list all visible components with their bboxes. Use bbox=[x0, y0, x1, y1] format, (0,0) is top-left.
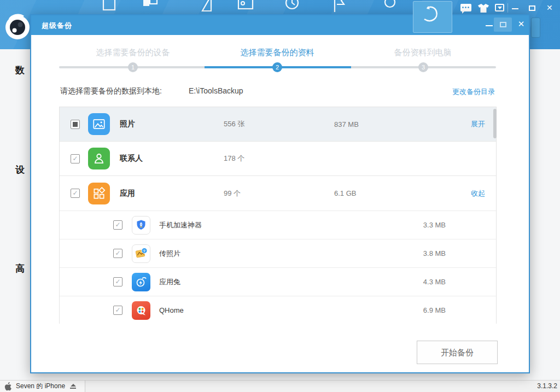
start-backup-button[interactable]: 开始备份 bbox=[417, 341, 498, 364]
app-icon-speed-booster bbox=[132, 216, 150, 235]
step-1-dot: 1 bbox=[128, 62, 138, 72]
search-tab-icon[interactable] bbox=[383, 0, 398, 11]
step-3-label: 备份资料到电脑 bbox=[357, 48, 488, 58]
apps-checkbox[interactable] bbox=[71, 189, 80, 198]
dialog-titlebar: 超级备份 ✕ bbox=[31, 15, 529, 35]
app-row[interactable]: 应用兔 4.3 MB bbox=[60, 267, 496, 296]
apps-tab-icon[interactable] bbox=[142, 0, 159, 12]
step-1-label: 选择需要备份的设备 bbox=[67, 48, 199, 58]
category-size: 6.1 GB bbox=[334, 189, 356, 197]
statusbar: Seven 的 iPhone 3.1.3.2 bbox=[0, 380, 560, 392]
app-name: 传照片 bbox=[159, 249, 180, 259]
main-minimize-button[interactable] bbox=[512, 4, 518, 9]
step-2-dot: 2 bbox=[272, 62, 282, 72]
category-row-apps[interactable]: 应用 99 个 6.1 GB 收起 bbox=[60, 175, 496, 210]
category-name: 应用 bbox=[120, 189, 135, 198]
app-checkbox[interactable] bbox=[113, 220, 122, 230]
step-3-dot: 3 bbox=[418, 62, 428, 72]
media-tab-icon[interactable] bbox=[198, 0, 214, 13]
super-backup-dialog: 超级备份 ✕ 选择需要备份的设备 选择需要备份的资料 备份资料到电脑 1 2 3… bbox=[30, 14, 530, 373]
app-version: 3.1.3.2 bbox=[537, 382, 557, 390]
dialog-minimize-button[interactable] bbox=[483, 20, 495, 31]
contacts-checkbox[interactable] bbox=[71, 154, 80, 163]
app-row[interactable]: QHome 6.9 MB bbox=[60, 296, 496, 324]
control-separator bbox=[508, 3, 508, 13]
eject-button[interactable] bbox=[70, 384, 76, 389]
app-name: 手机加速神器 bbox=[159, 220, 202, 230]
news-tab-icon[interactable] bbox=[331, 0, 348, 13]
category-count: 178 个 bbox=[224, 154, 244, 163]
photos-icon bbox=[88, 113, 110, 135]
app-row[interactable]: 手机加速神器 3.3 MB bbox=[60, 210, 496, 239]
app-checkbox[interactable] bbox=[113, 306, 122, 315]
app-size: 4.3 MB bbox=[423, 278, 446, 286]
apps-collapse-link[interactable]: 收起 bbox=[471, 189, 485, 198]
step-2-label: 选择需要备份的资料 bbox=[212, 48, 343, 58]
dialog-maximize-button[interactable] bbox=[494, 17, 512, 32]
main-maximize-button[interactable] bbox=[529, 4, 535, 11]
main-close-button[interactable]: ✕ bbox=[546, 3, 553, 13]
app-icon-app-rabbit bbox=[132, 273, 150, 291]
category-name: 联系人 bbox=[120, 154, 143, 163]
apps-icon bbox=[88, 183, 110, 204]
app-size: 6.9 MB bbox=[423, 306, 446, 314]
device-name: Seven 的 iPhone bbox=[16, 382, 65, 391]
photos-tab-icon[interactable] bbox=[237, 0, 255, 12]
app-name: 应用兔 bbox=[159, 277, 180, 287]
backup-items-table: 照片 556 张 837 MB 展开 联系人 178 个 应用 bbox=[59, 107, 497, 324]
category-name: 照片 bbox=[120, 119, 135, 129]
device-tab-icon[interactable] bbox=[102, 0, 117, 12]
apple-logo-icon bbox=[4, 382, 12, 391]
photos-expand-link[interactable]: 展开 bbox=[471, 119, 485, 129]
category-count: 556 张 bbox=[224, 119, 244, 129]
category-size: 837 MB bbox=[334, 120, 359, 128]
app-row[interactable]: 传照片 3.8 MB bbox=[60, 239, 496, 267]
app-icon-photo-transfer bbox=[132, 244, 150, 263]
theme-shirt-icon[interactable] bbox=[478, 4, 489, 13]
dialog-title: 超级备份 bbox=[42, 21, 72, 31]
category-row-photos[interactable]: 照片 556 张 837 MB 展开 bbox=[60, 107, 496, 141]
clock-tab-icon[interactable] bbox=[284, 0, 301, 12]
app-checkbox[interactable] bbox=[113, 249, 122, 258]
backup-path: E:\iToolsBackup bbox=[189, 86, 243, 95]
itools-logo bbox=[3, 12, 33, 42]
sidebar-fragment-3: 高 bbox=[15, 262, 25, 275]
dialog-close-button[interactable]: ✕ bbox=[515, 18, 528, 30]
sidebar-fragment-2: 设 bbox=[15, 163, 25, 176]
change-backup-dir-link[interactable]: 更改备份目录 bbox=[452, 87, 495, 97]
toolbar-right-fragment bbox=[531, 17, 540, 38]
category-row-contacts[interactable]: 联系人 178 个 bbox=[60, 141, 496, 175]
sidebar-fragment-1: 数 bbox=[15, 64, 25, 77]
contacts-icon bbox=[88, 148, 110, 169]
app-size: 3.3 MB bbox=[423, 221, 446, 229]
dropdown-menu-icon[interactable] bbox=[495, 4, 504, 11]
backup-prompt-label: 请选择需要备份的数据到本地: bbox=[60, 86, 162, 96]
device-tab[interactable]: Seven 的 iPhone bbox=[0, 381, 85, 392]
app-checkbox[interactable] bbox=[113, 277, 122, 286]
table-scrollbar[interactable] bbox=[493, 109, 497, 138]
toolbox-tab-active[interactable] bbox=[413, 1, 452, 33]
app-size: 3.8 MB bbox=[423, 249, 446, 258]
photos-checkbox[interactable] bbox=[71, 120, 80, 129]
category-count: 99 个 bbox=[224, 189, 241, 198]
app-icon-qhome bbox=[132, 301, 150, 320]
itools-window: ✕ 数 设 高 ) Seven 的 iPhone 3.1.3.2 超级备份 ✕ … bbox=[0, 0, 560, 392]
app-name: QHome bbox=[159, 306, 184, 314]
feedback-icon[interactable] bbox=[460, 4, 471, 11]
